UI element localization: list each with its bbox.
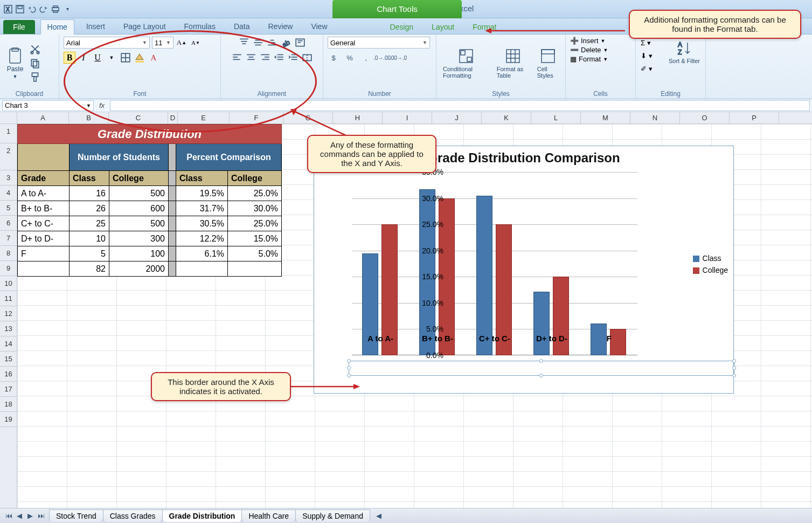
align-left-icon[interactable] — [231, 52, 243, 64]
insert-cells-button[interactable]: ➕Insert▼ — [570, 37, 605, 45]
cut-icon[interactable] — [29, 43, 41, 55]
comma-format-icon[interactable]: , — [360, 52, 372, 64]
sheet-tab-class-grades[interactable]: Class Grades — [103, 510, 163, 522]
col-header-L[interactable]: L — [531, 112, 581, 123]
cell[interactable]: 31.7% — [176, 201, 228, 216]
row-header-7[interactable]: 7 — [0, 231, 17, 246]
name-box[interactable]: Chart 3 ▼ — [2, 100, 94, 111]
total-cell[interactable]: 82 — [70, 262, 109, 277]
cell[interactable]: 100 — [109, 246, 169, 262]
worksheet-area[interactable]: 12345678910111213141516171819 Grade Dist… — [0, 124, 812, 508]
total-cell[interactable]: 2000 — [109, 262, 169, 277]
row-header-18[interactable]: 18 — [0, 397, 17, 412]
sheet-tab-health-care[interactable]: Health Care — [241, 510, 296, 522]
row-header-1[interactable]: 1 — [0, 124, 17, 143]
copy-icon[interactable] — [29, 57, 41, 69]
tab-view[interactable]: View — [304, 19, 334, 34]
row-header-6[interactable]: 6 — [0, 216, 17, 231]
first-sheet-icon[interactable]: ⏮ — [3, 511, 14, 521]
x-tick-label[interactable]: F — [606, 334, 611, 343]
formula-input[interactable] — [110, 100, 810, 111]
row-header-13[interactable]: 13 — [0, 321, 17, 336]
row-header-16[interactable]: 16 — [0, 367, 17, 382]
conditional-formatting-button[interactable]: Conditional Formatting — [441, 46, 491, 80]
col-header-N[interactable]: N — [630, 112, 680, 123]
tab-layout[interactable]: Layout — [425, 20, 461, 34]
tab-home[interactable]: Home — [40, 19, 74, 35]
cell-grid[interactable]: Grade Distribution Number of Students Pe… — [17, 124, 812, 508]
col-header-K[interactable]: K — [482, 112, 531, 123]
total-cell[interactable] — [18, 262, 70, 277]
col-header-A[interactable]: A — [17, 112, 69, 123]
col-header-C[interactable]: C — [109, 112, 168, 123]
cell[interactable]: 25 — [70, 216, 109, 231]
qat-customize-icon[interactable]: ▾ — [63, 4, 72, 14]
cell[interactable]: 12.2% — [176, 231, 228, 246]
italic-button[interactable]: I — [78, 52, 89, 64]
tab-design[interactable]: Design — [384, 20, 420, 34]
cell[interactable]: 15.0% — [228, 231, 282, 246]
x-tick-label[interactable]: A to A- — [367, 334, 393, 343]
row-header-14[interactable]: 14 — [0, 336, 17, 352]
paste-button[interactable]: Paste ▼ — [4, 45, 26, 81]
total-cell[interactable] — [228, 262, 282, 277]
font-name-combo[interactable]: Arial ▼ — [64, 37, 150, 49]
row-header-4[interactable]: 4 — [0, 185, 17, 201]
increase-decimal-icon[interactable]: .0→.00 — [376, 52, 388, 64]
row-header-15[interactable]: 15 — [0, 352, 17, 367]
x-tick-label[interactable]: D+ to D- — [536, 334, 567, 343]
chart-plot-area[interactable] — [352, 172, 637, 355]
next-sheet-icon[interactable]: ▶ — [25, 511, 36, 521]
cell[interactable]: 25.0% — [228, 216, 282, 231]
bar-college[interactable] — [610, 329, 626, 355]
decrease-font-icon[interactable]: A▼ — [190, 37, 202, 49]
col-header-J[interactable]: J — [432, 112, 482, 123]
font-color-icon[interactable]: A — [148, 52, 159, 64]
cell[interactable]: D+ to D- — [18, 231, 70, 246]
orientation-icon[interactable]: ab — [280, 37, 292, 49]
borders-icon[interactable] — [120, 52, 131, 64]
col-header-M[interactable]: M — [581, 112, 630, 123]
x-tick-label[interactable]: C+ to C- — [479, 334, 510, 343]
legend-entry-class[interactable]: Class — [693, 254, 728, 263]
align-center-icon[interactable] — [245, 52, 257, 64]
cell[interactable]: C+ to C- — [18, 216, 70, 231]
tab-insert[interactable]: Insert — [80, 19, 112, 34]
x-axis-selection-box[interactable] — [349, 361, 734, 376]
col-header-I[interactable]: I — [383, 112, 432, 123]
cell[interactable]: 10 — [70, 231, 109, 246]
print-icon[interactable] — [51, 4, 60, 14]
increase-indent-icon[interactable] — [287, 52, 299, 64]
wrap-text-icon[interactable] — [294, 37, 306, 49]
row-header-17[interactable]: 17 — [0, 382, 17, 397]
select-all-corner[interactable] — [0, 112, 17, 123]
number-format-combo[interactable]: General ▼ — [328, 37, 430, 49]
sort-filter-button[interactable]: AZ Sort & Filter — [667, 38, 702, 66]
cell[interactable]: 16 — [70, 186, 109, 201]
font-size-combo[interactable]: 11 ▼ — [152, 37, 173, 49]
decrease-indent-icon[interactable] — [273, 52, 285, 64]
col-header-B[interactable]: B — [69, 112, 109, 123]
decrease-decimal-icon[interactable]: .00→.0 — [392, 52, 404, 64]
cell[interactable]: F — [18, 246, 70, 262]
accounting-format-icon[interactable]: $ — [328, 52, 339, 64]
cell[interactable]: 500 — [109, 216, 169, 231]
cell[interactable]: 5.0% — [228, 246, 282, 262]
tab-data[interactable]: Data — [227, 19, 256, 34]
align-right-icon[interactable] — [259, 52, 271, 64]
col-header-F[interactable]: F — [230, 112, 283, 123]
scroll-right-icon[interactable]: ◀ — [373, 511, 384, 521]
underline-dropdown-icon[interactable]: ▼ — [106, 52, 117, 64]
underline-button[interactable]: U — [92, 52, 103, 64]
row-header-12[interactable]: 12 — [0, 306, 17, 321]
cell[interactable]: 30.0% — [228, 201, 282, 216]
percent-format-icon[interactable]: % — [344, 52, 356, 64]
tab-formulas[interactable]: Formulas — [178, 19, 222, 34]
save-icon[interactable] — [15, 4, 25, 14]
cell[interactable]: 300 — [109, 231, 169, 246]
cell[interactable]: 600 — [109, 201, 169, 216]
undo-icon[interactable] — [27, 4, 37, 14]
bar-class[interactable] — [533, 292, 550, 356]
last-sheet-icon[interactable]: ⏭ — [36, 511, 46, 521]
format-as-table-button[interactable]: Format as Table — [495, 46, 532, 80]
